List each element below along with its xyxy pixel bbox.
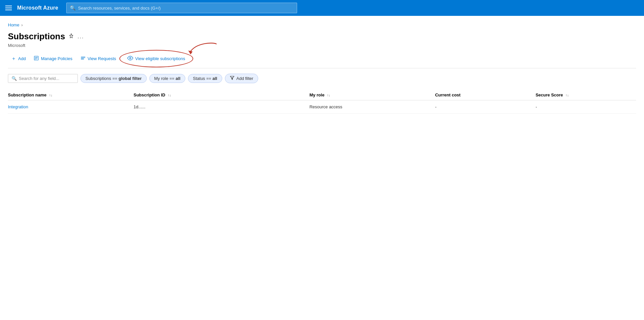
col-header-cost: Current cost (435, 90, 536, 100)
topbar: Microsoft Azure 🔍 (0, 0, 644, 16)
manage-policies-button[interactable]: Manage Policies (30, 53, 76, 64)
pin-icon[interactable] (68, 33, 74, 40)
global-search[interactable]: 🔍 (66, 3, 297, 13)
add-filter-icon (230, 76, 234, 81)
page-subtitle: Microsoft (8, 43, 636, 48)
view-eligible-button[interactable]: View eligible subscriptions (123, 53, 190, 64)
eye-icon (127, 55, 133, 62)
page-title: Subscriptions (8, 31, 65, 42)
search-icon: 🔍 (70, 5, 76, 11)
sort-icon-score: ↑↓ (566, 93, 569, 97)
breadcrumb-separator: › (21, 23, 23, 27)
manage-policies-icon (34, 55, 39, 62)
filter-chip-subscriptions[interactable]: Subscriptions == global filter (80, 74, 147, 83)
filter-chip-role[interactable]: My role == all (149, 74, 186, 83)
cell-current-cost: - (435, 100, 536, 114)
cell-my-role: Resource access (309, 100, 435, 114)
cell-subscription-name[interactable]: Integration (8, 100, 134, 114)
filter-bar: 🔍 Subscriptions == global filter My role… (8, 74, 636, 83)
sort-icon-id: ↑↓ (168, 93, 171, 97)
breadcrumb: Home › (8, 22, 636, 27)
col-header-name[interactable]: Subscription name ↑↓ (8, 90, 134, 100)
filter-chip-status[interactable]: Status == all (188, 74, 222, 83)
col-header-score[interactable]: Secure Score ↑↓ (536, 90, 636, 100)
cell-subscription-id: 1d...... (134, 100, 309, 114)
subscriptions-table: Subscription name ↑↓ Subscription ID ↑↓ … (8, 90, 636, 114)
cell-secure-score: - (536, 100, 636, 114)
breadcrumb-home[interactable]: Home (8, 22, 19, 27)
search-input[interactable] (78, 6, 293, 11)
view-requests-icon (80, 55, 86, 62)
more-options-icon[interactable]: ... (77, 34, 84, 40)
add-filter-button[interactable]: Add filter (225, 74, 258, 83)
table-header-row: Subscription name ↑↓ Subscription ID ↑↓ … (8, 90, 636, 100)
table-row: Integration 1d...... Resource access - - (8, 100, 636, 114)
page-title-area: Subscriptions ... (8, 31, 636, 42)
toolbar: ＋ Add Manage Policies (8, 53, 636, 68)
search-field[interactable]: 🔍 (8, 74, 78, 83)
col-header-id[interactable]: Subscription ID ↑↓ (134, 90, 309, 100)
add-icon: ＋ (11, 55, 16, 62)
search-input[interactable] (19, 76, 74, 81)
sort-icon-role: ↑↓ (327, 93, 330, 97)
search-field-icon: 🔍 (12, 76, 17, 81)
add-button[interactable]: ＋ Add (8, 53, 29, 64)
svg-point-8 (130, 57, 131, 59)
view-requests-button[interactable]: View Requests (77, 53, 119, 64)
app-title: Microsoft Azure (17, 5, 58, 11)
hamburger-menu[interactable] (5, 6, 12, 10)
main-content: Home › Subscriptions ... Microsoft ＋ Add (0, 16, 644, 122)
col-header-role[interactable]: My role ↑↓ (309, 90, 435, 100)
sort-icon-name: ↑↓ (49, 93, 52, 97)
